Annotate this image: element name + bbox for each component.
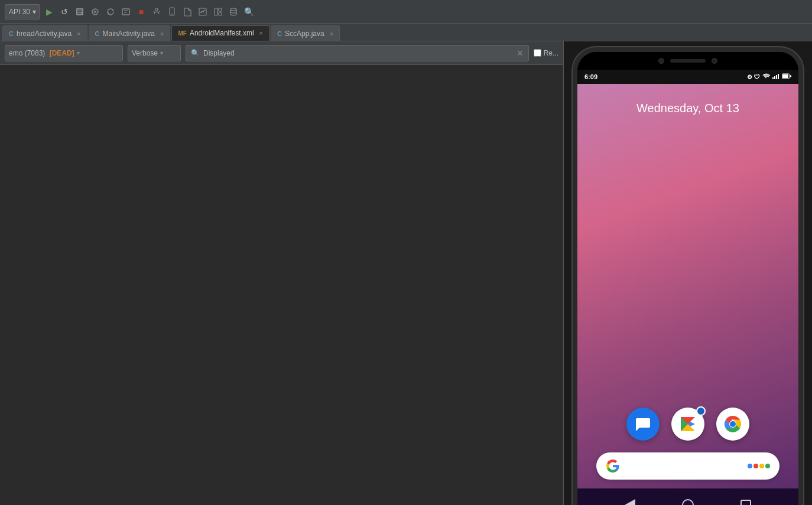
svg-rect-16 — [776, 75, 777, 79]
process-dropdown-arrow: ▾ — [77, 50, 80, 56]
sync-button[interactable] — [104, 5, 117, 18]
chrome-app-icon[interactable] — [716, 408, 749, 441]
svg-rect-19 — [782, 74, 788, 78]
svg-rect-12 — [219, 12, 222, 15]
api-dropdown-arrow: ▾ — [33, 8, 36, 16]
apk-analyzer-button[interactable] — [181, 5, 194, 18]
profiler-button[interactable] — [196, 5, 209, 18]
clear-search-button[interactable]: ✕ — [517, 48, 524, 58]
verbose-dropdown-arrow: ▾ — [160, 50, 163, 56]
svg-rect-20 — [790, 75, 791, 77]
editor-tabs-bar: C hreadActivity.java × C MainActivity.ja… — [0, 24, 812, 41]
main-area: emo (7083) [DEAD] ▾ Verbose ▾ 🔍 ✕ Re... — [0, 41, 812, 505]
tab-icon-manifest: MF — [178, 30, 186, 37]
svg-point-8 — [171, 14, 173, 15]
svg-rect-17 — [778, 74, 779, 79]
tab-label-manifest: AndroidManifest.xml — [190, 29, 254, 37]
regex-checkbox[interactable] — [534, 49, 541, 57]
logcat-filter-bar: emo (7083) [DEAD] ▾ Verbose ▾ 🔍 ✕ Re... — [0, 41, 563, 65]
settings-status-icon: ⚙ — [747, 74, 752, 80]
verbose-selector[interactable]: Verbose ▾ — [128, 45, 181, 61]
svg-point-6 — [155, 8, 158, 11]
tab-icon-main: C — [95, 30, 100, 37]
main-toolbar: API 30 ▾ ▶ ↺ ■ 🔍 — [0, 0, 812, 24]
phone-frame: 6:09 ⚙ 🛡 — [573, 47, 803, 505]
svg-rect-15 — [774, 76, 775, 79]
phone-camera — [658, 58, 664, 64]
app-icons-row — [626, 408, 749, 441]
back-arrow-icon — [625, 499, 635, 506]
dead-status: [DEAD] — [47, 49, 74, 57]
messages-app-icon[interactable] — [626, 408, 660, 441]
svg-point-13 — [230, 8, 236, 11]
play-store-badge — [696, 406, 706, 416]
reload-button[interactable]: ↺ — [58, 5, 71, 18]
phone-container: 6:09 ⚙ 🛡 — [564, 41, 812, 505]
database-inspector-button[interactable] — [227, 5, 240, 18]
phone-speaker — [670, 59, 706, 63]
phone-notch — [577, 52, 798, 70]
search-icon: 🔍 — [191, 49, 200, 57]
regex-checkbox-label[interactable]: Re... — [534, 49, 558, 57]
stop-button[interactable]: ■ — [135, 5, 148, 18]
tab-close-main[interactable]: × — [160, 30, 164, 37]
signal-status-icon — [772, 73, 780, 80]
tab-label-main: MainActivity.java — [103, 30, 155, 38]
nav-recents-button[interactable] — [738, 497, 754, 506]
layout-inspector-button[interactable] — [212, 5, 225, 18]
tab-close-manifest[interactable]: × — [259, 30, 263, 37]
shield-status-icon: 🛡 — [754, 74, 760, 80]
home-circle-icon — [682, 499, 694, 506]
attach-debugger-button[interactable] — [150, 5, 163, 18]
phone-screen[interactable]: Wednesday, Oct 13 — [577, 84, 798, 488]
logcat-search-box[interactable]: 🔍 ✕ — [186, 45, 529, 61]
process-selector[interactable]: emo (7083) [DEAD] ▾ — [5, 45, 123, 61]
tab-icon-scc: C — [277, 30, 282, 37]
run-button[interactable]: ▶ — [43, 5, 56, 18]
api-label: API 30 — [9, 8, 30, 16]
profile-button[interactable] — [119, 5, 132, 18]
nav-back-button[interactable] — [622, 497, 638, 506]
play-store-wrapper — [671, 408, 704, 441]
phone-date: Wednesday, Oct 13 — [636, 102, 739, 115]
regex-text: Re... — [544, 49, 558, 57]
svg-rect-10 — [215, 8, 217, 15]
phone-nav-bar — [577, 488, 798, 505]
left-panel: emo (7083) [DEAD] ▾ Verbose ▾ 🔍 ✕ Re... — [0, 41, 564, 505]
recents-square-icon — [740, 500, 751, 506]
google-logo — [606, 459, 620, 473]
log-content-area[interactable] — [0, 65, 563, 505]
tab-label-scc: SccApp.java — [285, 30, 324, 38]
tab-icon-thread: C — [9, 30, 14, 37]
status-bar: 6:09 ⚙ 🛡 — [577, 70, 798, 84]
tab-main-activity[interactable]: C MainActivity.java × — [89, 25, 171, 41]
device-manager-button[interactable] — [165, 5, 178, 18]
stop-build-button[interactable] — [73, 5, 86, 18]
tab-close-scc[interactable]: × — [330, 30, 333, 37]
status-icons: ⚙ 🛡 — [747, 73, 791, 80]
svg-point-23 — [730, 421, 736, 427]
google-assistant-dots — [748, 464, 770, 468]
verbose-label: Verbose — [132, 49, 158, 57]
tab-scc-app[interactable]: C SccApp.java × — [271, 25, 340, 41]
tab-thread-activity[interactable]: C hreadActivity.java × — [2, 25, 87, 41]
process-label: emo (7083) — [9, 49, 45, 57]
svg-rect-11 — [219, 8, 222, 11]
tab-close-thread[interactable]: × — [77, 30, 80, 37]
search-everywhere-button[interactable]: 🔍 — [242, 5, 255, 18]
tab-android-manifest[interactable]: MF AndroidManifest.xml × — [171, 25, 269, 41]
tab-label-thread: hreadActivity.java — [17, 30, 72, 38]
google-search-bar[interactable] — [596, 452, 779, 480]
phone-camera-2 — [712, 58, 717, 64]
logcat-search-input[interactable] — [203, 49, 513, 57]
battery-status-icon — [782, 73, 791, 80]
wifi-status-icon — [762, 73, 770, 80]
svg-rect-14 — [772, 77, 774, 79]
api-selector[interactable]: API 30 ▾ — [5, 4, 40, 19]
build-button[interactable] — [89, 5, 102, 18]
status-time: 6:09 — [584, 73, 597, 80]
svg-rect-5 — [122, 9, 129, 15]
nav-home-button[interactable] — [680, 497, 696, 506]
